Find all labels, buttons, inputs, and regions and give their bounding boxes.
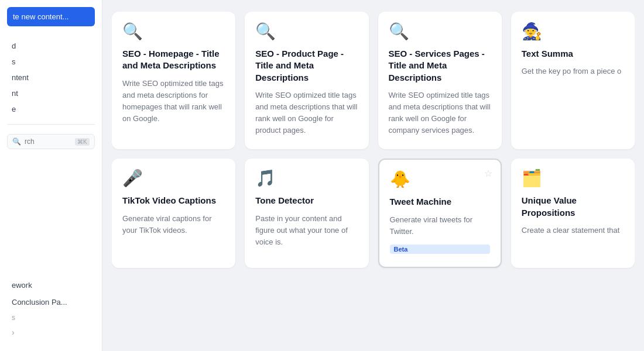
card-icon-tweet-machine: 🐥: [390, 171, 490, 188]
sidebar-item-e[interactable]: e: [7, 101, 95, 117]
card-seo-homepage[interactable]: 🔍 SEO - Homepage - Title and Meta Descri…: [112, 12, 235, 149]
card-seo-services[interactable]: 🔍 SEO - Services Pages - Title and Meta …: [378, 12, 502, 149]
card-desc-unique-value: Create a clear statement that: [522, 225, 624, 236]
cards-wrapper: 🔍 SEO - Homepage - Title and Meta Descri…: [112, 12, 635, 339]
search-input[interactable]: [25, 137, 71, 146]
card-icon-tiktok: 🎤: [122, 170, 225, 187]
card-desc-text-summary: Get the key po from a piece o: [522, 66, 624, 77]
card-unique-value[interactable]: 🗂️ Unique Value Propositions Create a cl…: [511, 159, 635, 268]
card-seo-product[interactable]: 🔍 SEO - Product Page - Title and Meta De…: [245, 12, 368, 149]
card-title-unique-value: Unique Value Propositions: [522, 195, 624, 219]
sidebar-divider: [7, 124, 95, 125]
card-tweet-machine[interactable]: ☆ 🐥 Tweet Machine Generate viral tweets …: [378, 159, 502, 268]
sidebar-item-nt[interactable]: nt: [7, 85, 95, 101]
sidebar-item-content[interactable]: ntent: [7, 70, 95, 85]
card-icon-seo-product: 🔍: [255, 23, 358, 40]
card-desc-tone-detector: Paste in your content and figure out wha…: [255, 213, 358, 248]
card-title-seo-product: SEO - Product Page - Title and Meta Desc…: [255, 48, 358, 84]
card-icon-seo-services: 🔍: [389, 23, 491, 40]
card-icon-unique-value: 🗂️: [522, 170, 624, 187]
card-desc-seo-services: Write SEO optimized title tags and meta …: [389, 90, 491, 137]
card-tone-detector[interactable]: 🎵 Tone Detector Paste in your content an…: [245, 159, 368, 268]
card-icon-seo-homepage: 🔍: [122, 23, 225, 40]
card-title-tiktok: TikTok Video Captions: [122, 195, 225, 207]
star-icon[interactable]: ☆: [484, 168, 492, 179]
card-text-summary[interactable]: 🧙 Text Summa Get the key po from a piece…: [511, 12, 635, 149]
card-desc-seo-homepage: Write SEO optimized title tags and meta …: [122, 78, 225, 125]
chevron-down-icon: ›: [12, 328, 15, 337]
sidebar-item-d[interactable]: d: [7, 38, 95, 54]
sidebar-bottom-item-framework[interactable]: ework: [7, 277, 95, 293]
main-content: 🔍 SEO - Homepage - Title and Meta Descri…: [102, 0, 644, 351]
cards-row-1: 🔍 SEO - Homepage - Title and Meta Descri…: [112, 12, 635, 149]
sidebar-bottom-extra: s: [7, 311, 95, 324]
card-tiktok[interactable]: 🎤 TikTok Video Captions Generate viral c…: [112, 159, 235, 268]
card-icon-text-summary: 🧙: [522, 23, 624, 40]
search-icon: 🔍: [12, 137, 21, 146]
card-desc-seo-product: Write SEO optimized title tags and meta …: [255, 90, 358, 137]
cards-row-2: 🎤 TikTok Video Captions Generate viral c…: [112, 159, 635, 268]
sidebar-nav: d s ntent nt e: [0, 36, 102, 119]
card-icon-tone-detector: 🎵: [255, 170, 358, 187]
search-row[interactable]: 🔍 ⌘K: [7, 134, 95, 149]
card-title-tweet-machine: Tweet Machine: [390, 196, 490, 208]
card-title-seo-services: SEO - Services Pages - Title and Meta De…: [389, 48, 491, 84]
card-title-seo-homepage: SEO - Homepage - Title and Meta Descript…: [122, 48, 225, 72]
card-title-tone-detector: Tone Detector: [255, 195, 358, 207]
sidebar: te new content... d s ntent nt e 🔍 ⌘K ew…: [0, 0, 102, 351]
card-title-text-summary: Text Summa: [522, 48, 624, 60]
beta-badge: Beta: [390, 245, 490, 254]
card-desc-tiktok: Generate viral captions for your TikTok …: [122, 213, 225, 236]
sidebar-bottom-item-conclusion[interactable]: Conclusion Pa...: [7, 294, 95, 310]
search-shortcut: ⌘K: [75, 138, 90, 146]
sidebar-scroll-indicator: ›: [7, 325, 95, 339]
sidebar-bottom: ework Conclusion Pa... s ›: [0, 273, 102, 344]
new-content-button[interactable]: te new content...: [7, 7, 95, 26]
sidebar-item-s[interactable]: s: [7, 54, 95, 70]
card-desc-tweet-machine: Generate viral tweets for Twitter.: [390, 214, 490, 238]
